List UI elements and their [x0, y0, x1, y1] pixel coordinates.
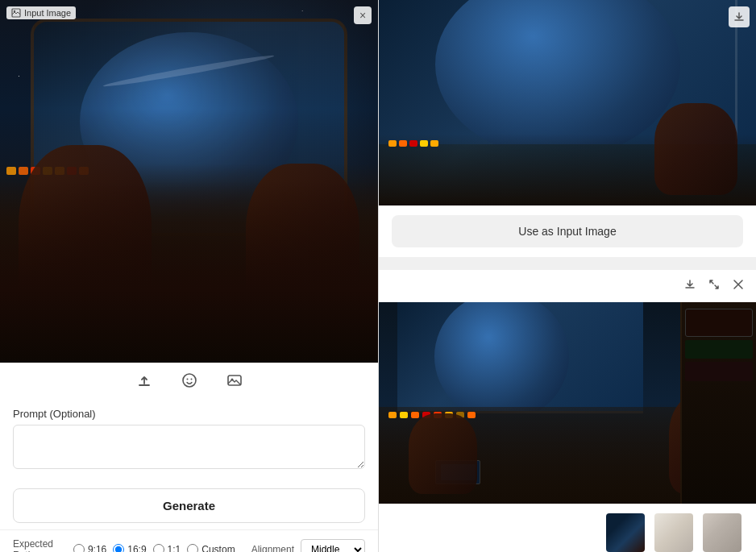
- inst-light: [19, 167, 28, 175]
- expand-icon: [708, 279, 720, 290]
- thumb-scene-cockpit: [606, 513, 645, 552]
- image-picker-icon: [226, 372, 243, 388]
- thumbnail-2[interactable]: [653, 512, 695, 552]
- close-left-button[interactable]: ×: [354, 6, 372, 24]
- main-image-container: Input Image ×: [0, 0, 378, 363]
- ratio-9-16-option[interactable]: 9:16: [73, 544, 106, 552]
- wide-window: [397, 302, 642, 413]
- prompt-label: Prompt (Optional): [13, 408, 365, 420]
- ratio-1-1-radio[interactable]: [153, 544, 164, 552]
- chair-right: [246, 164, 359, 327]
- download-bottom-icon: [684, 279, 696, 290]
- upload-icon: [136, 372, 152, 388]
- download-top-right-button[interactable]: [729, 6, 750, 27]
- ratio-custom-option[interactable]: Custom: [187, 544, 235, 552]
- upload-button[interactable]: [130, 369, 159, 392]
- ratio-16-9-option[interactable]: 16:9: [113, 544, 146, 552]
- close-bottom-button[interactable]: [729, 276, 748, 296]
- thumbnail-row: [379, 504, 756, 552]
- download-top-icon: [733, 11, 745, 23]
- action-bar-right: [379, 270, 756, 302]
- image-picker-button[interactable]: [220, 369, 249, 392]
- top-right-section: Use as Input Image: [379, 0, 756, 257]
- icon-bar: [0, 363, 378, 398]
- ratio-section: Expected Ratio 9:16 16:9 1:1 Custom: [13, 538, 235, 552]
- thumb-scene-neutral: [703, 513, 741, 552]
- wide-cockpit-scene: [379, 302, 756, 504]
- main-spaceship-image: [0, 0, 378, 363]
- ratio-9-16-radio[interactable]: [73, 544, 85, 552]
- ratio-options: 9:16 16:9 1:1 Custom: [73, 544, 235, 552]
- ratio-custom-radio[interactable]: [187, 544, 198, 552]
- prompt-textarea[interactable]: [13, 425, 365, 469]
- bottom-right-section: [379, 270, 756, 552]
- thumb-scene-light: [654, 513, 693, 552]
- ratio-16-9-radio[interactable]: [113, 544, 124, 552]
- divider: [379, 257, 756, 264]
- emoji-icon: [181, 372, 197, 388]
- input-image-label: Input Image: [6, 6, 76, 19]
- use-as-input-button[interactable]: Use as Input Image: [392, 215, 743, 247]
- svg-point-4: [190, 379, 192, 380]
- bottom-controls: Expected Ratio 9:16 16:9 1:1 Custom: [0, 529, 378, 552]
- alignment-section: Alignment Middle Top Bottom Left Right: [251, 539, 365, 552]
- ratio-custom-label: Custom: [201, 544, 235, 552]
- cockpit-controls: [0, 164, 378, 363]
- alignment-select[interactable]: Middle Top Bottom Left Right: [301, 539, 365, 552]
- chair-left: [19, 145, 151, 345]
- right-panel: Use as Input Image: [379, 0, 756, 552]
- alignment-label: Alignment: [251, 544, 294, 552]
- left-panel: Input Image ×: [0, 0, 379, 552]
- wide-chair-left: [409, 413, 476, 494]
- generate-button[interactable]: Generate: [13, 488, 365, 523]
- ratio-16-9-label: 16:9: [127, 544, 146, 552]
- thumbnail-3[interactable]: [701, 512, 743, 552]
- input-image-text: Input Image: [24, 8, 71, 18]
- close-bottom-icon: [733, 279, 744, 290]
- ratio-1-1-option[interactable]: 1:1: [153, 544, 181, 552]
- prompt-section: Prompt (Optional): [0, 398, 378, 482]
- expand-button[interactable]: [704, 276, 724, 296]
- cockpit-overlay: [0, 0, 378, 363]
- top-right-image: [379, 0, 756, 205]
- ratio-9-16-label: 9:16: [88, 544, 106, 552]
- ratio-1-1-label: 1:1: [168, 544, 181, 552]
- image-small-icon: [11, 8, 21, 18]
- top-right-scene: [379, 0, 756, 205]
- svg-point-3: [186, 379, 188, 380]
- top-right-planet: [435, 0, 680, 144]
- download-bottom-button[interactable]: [680, 276, 700, 296]
- top-right-chair: [654, 103, 737, 196]
- inst-light: [6, 167, 16, 175]
- expected-ratio-label: Expected Ratio: [13, 538, 67, 552]
- thumbnail-1[interactable]: [604, 512, 646, 552]
- svg-point-2: [183, 374, 196, 387]
- wide-planet: [434, 302, 569, 413]
- emoji-button[interactable]: [175, 369, 204, 392]
- bottom-right-image: [379, 302, 756, 504]
